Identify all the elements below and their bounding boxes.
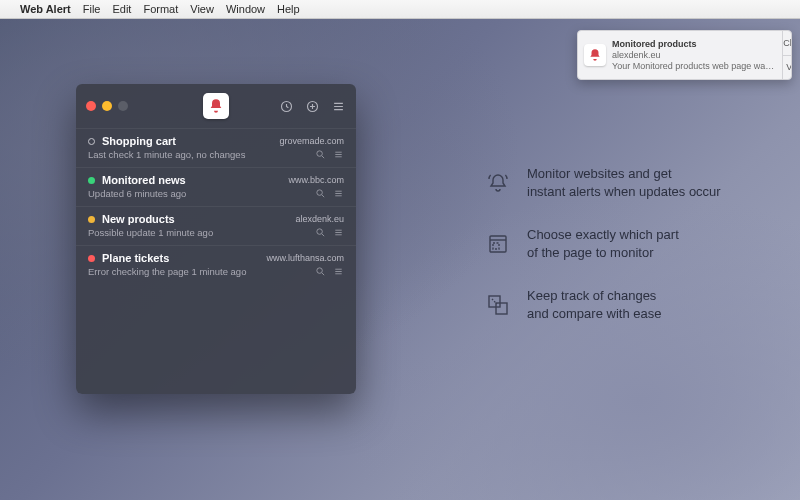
window-close-button[interactable] [86,101,96,111]
feature-text-line: and compare with ease [527,305,661,323]
search-icon[interactable] [315,149,326,160]
desktop: Web Alert File Edit Format View Window H… [0,0,800,500]
menu-window[interactable]: Window [226,3,265,15]
search-icon[interactable] [315,266,326,277]
feature-item: Monitor websites and get instant alerts … [485,165,721,200]
svg-point-3 [317,190,323,196]
add-icon[interactable] [304,98,320,114]
search-icon[interactable] [315,188,326,199]
item-domain: grovemade.com [279,136,344,146]
list-item[interactable]: Monitored news www.bbc.com Updated 6 min… [76,167,356,206]
crop-icon [485,231,511,257]
feature-text-line: Choose exactly which part [527,226,679,244]
item-name: Shopping cart [102,135,176,147]
feature-list: Monitor websites and get instant alerts … [485,165,721,322]
status-dot-green-icon [88,177,95,184]
status-dot-neutral-icon [88,138,95,145]
menu-file[interactable]: File [83,3,101,15]
svg-point-5 [317,268,323,274]
svg-point-4 [317,229,323,235]
notification-message: Your Monitored products web page wa… [612,61,774,71]
item-name: Plane tickets [102,252,169,264]
notification-app-icon [584,44,606,66]
item-domain: alexdenk.eu [295,214,344,224]
item-status: Possible update 1 minute ago [88,227,213,238]
menu-help[interactable]: Help [277,3,300,15]
menu-edit[interactable]: Edit [112,3,131,15]
status-dot-yellow-icon [88,216,95,223]
item-name: Monitored news [102,174,186,186]
item-domain: www.lufthansa.com [266,253,344,263]
item-status: Error checking the page 1 minute ago [88,266,246,277]
bell-icon [485,170,511,196]
feature-text-line: of the page to monitor [527,244,679,262]
options-icon[interactable] [333,266,344,277]
list-item[interactable]: New products alexdenk.eu Possible update… [76,206,356,245]
feature-text-line: Monitor websites and get [527,165,721,183]
feature-item: Choose exactly which part of the page to… [485,226,721,261]
feature-text-line: Keep track of changes [527,287,661,305]
search-icon[interactable] [315,227,326,238]
feature-item: Keep track of changes and compare with e… [485,287,721,322]
monitored-list: Shopping cart grovemade.com Last check 1… [76,128,356,394]
app-window: Shopping cart grovemade.com Last check 1… [76,84,356,394]
options-icon[interactable] [333,149,344,160]
menubar-app-name[interactable]: Web Alert [20,3,71,15]
notification-actions: Close Visit [782,31,792,79]
menu-view[interactable]: View [190,3,214,15]
svg-point-2 [317,151,323,157]
app-logo-icon [203,93,229,119]
options-icon[interactable] [333,188,344,199]
macos-menubar: Web Alert File Edit Format View Window H… [0,0,800,19]
notification-visit-button[interactable]: Visit [783,56,792,80]
menu-icon[interactable] [330,98,346,114]
window-titlebar[interactable] [76,84,356,128]
svg-rect-9 [496,303,507,314]
item-name: New products [102,213,175,225]
status-dot-red-icon [88,255,95,262]
item-status: Last check 1 minute ago, no changes [88,149,245,160]
menu-format[interactable]: Format [143,3,178,15]
svg-rect-7 [493,243,499,249]
item-domain: www.bbc.com [288,175,344,185]
notification-close-button[interactable]: Close [783,31,792,56]
feature-text-line: instant alerts when updates occur [527,183,721,201]
compare-icon [485,292,511,318]
window-minimize-button[interactable] [102,101,112,111]
notification-title: Monitored products [612,39,774,49]
list-item[interactable]: Plane tickets www.lufthansa.com Error ch… [76,245,356,284]
traffic-lights [86,101,128,111]
options-icon[interactable] [333,227,344,238]
notification-subtitle: alexdenk.eu [612,50,774,60]
window-zoom-button[interactable] [118,101,128,111]
item-status: Updated 6 minutes ago [88,188,186,199]
notification-body[interactable]: Monitored products alexdenk.eu Your Moni… [578,31,782,79]
notification-banner[interactable]: Monitored products alexdenk.eu Your Moni… [577,30,792,80]
list-item[interactable]: Shopping cart grovemade.com Last check 1… [76,128,356,167]
recents-icon[interactable] [278,98,294,114]
